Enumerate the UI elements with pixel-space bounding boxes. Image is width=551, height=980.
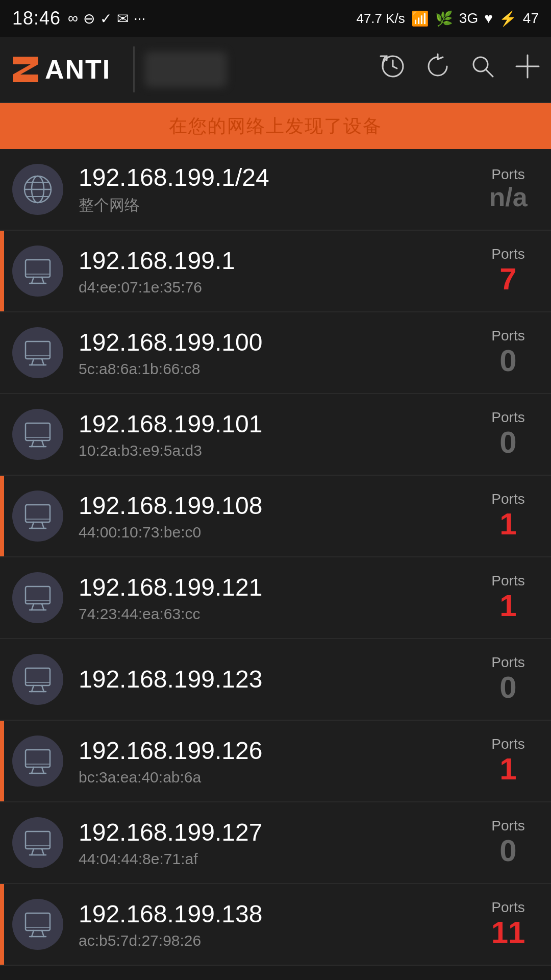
status-left: 18:46 ∞ ⊖ ✓ ✉ ··· (12, 8, 145, 29)
device-info: 192.168.199.1d4:ee:07:1e:35:76 (79, 246, 478, 296)
ports-area: Portsn/a (478, 166, 539, 212)
svg-rect-36 (26, 668, 50, 685)
banner-text: 在您的网络上发现了设备 (169, 114, 382, 139)
device-mac: 整个网络 (79, 195, 478, 216)
battery-icon: ⚡ (499, 10, 517, 27)
refresh-icon[interactable] (424, 53, 451, 86)
app-logo-text: ANTI (45, 54, 111, 85)
device-item[interactable]: 192.168.199.126bc:3a:ea:40:ab:6aPorts1 (0, 721, 551, 802)
device-info: 192.168.199.126bc:3a:ea:40:ab:6a (79, 736, 478, 786)
device-list: 192.168.199.1/24整个网络Portsn/a 192.168.199… (0, 149, 551, 966)
ports-area: Ports0 (478, 654, 539, 704)
ports-value: 1 (499, 507, 516, 541)
svg-line-23 (42, 440, 44, 447)
device-item[interactable]: 192.168.199.10844:00:10:73:be:c0Ports1 (0, 476, 551, 557)
ports-value: 0 (499, 344, 516, 378)
svg-marker-0 (13, 57, 38, 82)
battery-level: 47 (523, 10, 539, 27)
ports-label: Ports (491, 166, 524, 183)
device-mac: 74:23:44:ea:63:cc (79, 605, 478, 623)
device-mac: bc:3a:ea:40:ab:6a (79, 769, 478, 786)
device-item[interactable]: 192.168.199.123Ports0 (0, 639, 551, 721)
svg-rect-46 (26, 831, 50, 849)
device-mac: ac:b5:7d:27:98:26 (79, 932, 478, 949)
search-icon[interactable] (469, 53, 496, 86)
app-header: ANTI (0, 37, 551, 103)
check-icon: ✓ (100, 10, 112, 27)
ports-area: Ports7 (478, 246, 539, 296)
monitor-icon-wrap (12, 409, 63, 460)
device-item[interactable]: 192.168.199.1005c:a8:6a:1b:66:c8Ports0 (0, 312, 551, 394)
monitor-icon-wrap (12, 327, 63, 378)
ports-area: Ports1 (478, 736, 539, 786)
device-item[interactable]: 192.168.199.12744:04:44:8e:71:afPorts0 (0, 802, 551, 884)
ports-label: Ports (491, 328, 524, 344)
svg-line-28 (42, 522, 44, 528)
svg-line-18 (42, 359, 44, 365)
monitor-icon-wrap (12, 654, 63, 705)
tab-blurred[interactable] (145, 52, 227, 87)
ports-value: 0 (499, 671, 516, 704)
email-icon: ✉ (117, 10, 129, 27)
banner: 在您的网络上发现了设备 (0, 103, 551, 149)
device-info: 192.168.199.10110:2a:b3:e9:5a:d3 (79, 409, 478, 459)
device-ip: 192.168.199.108 (79, 491, 478, 521)
ports-label: Ports (491, 491, 524, 507)
status-right: 47.7 K/s 📶 🌿 3G ♥ ⚡ 47 (356, 10, 539, 27)
monitor-icon-wrap (12, 736, 63, 787)
vpn-icon: ⊖ (83, 10, 95, 27)
device-ip: 192.168.199.101 (79, 409, 478, 439)
status-icons: ∞ ⊖ ✓ ✉ ··· (68, 10, 145, 27)
ports-label: Ports (491, 736, 524, 752)
add-icon[interactable] (514, 53, 541, 86)
ports-label: Ports (491, 246, 524, 262)
ports-value: 0 (499, 834, 516, 868)
monitor-icon (21, 663, 54, 696)
tab-area (145, 52, 380, 87)
svg-line-3 (486, 69, 493, 77)
3g-icon: 3G (459, 10, 478, 27)
device-info: 192.168.199.138ac:b5:7d:27:98:26 (79, 899, 478, 949)
monitor-icon-wrap (12, 899, 63, 950)
svg-rect-16 (26, 341, 50, 359)
ports-value: n/a (489, 183, 527, 212)
status-bar: 18:46 ∞ ⊖ ✓ ✉ ··· 47.7 K/s 📶 🌿 3G ♥ ⚡ 47 (0, 0, 551, 37)
svg-rect-41 (26, 750, 50, 767)
svg-line-33 (42, 604, 44, 610)
device-ip: 192.168.199.138 (79, 899, 478, 929)
device-item[interactable]: 192.168.199.1d4:ee:07:1e:35:76Ports7 (0, 231, 551, 312)
ports-label: Ports (491, 573, 524, 589)
svg-rect-21 (26, 423, 50, 440)
logo-area: ANTI (10, 54, 111, 85)
device-item[interactable]: 192.168.199.10110:2a:b3:e9:5a:d3Ports0 (0, 394, 551, 476)
device-item[interactable]: 192.168.199.12174:23:44:ea:63:ccPorts1 (0, 557, 551, 639)
heart-icon: ♥ (484, 10, 493, 27)
ports-label: Ports (491, 818, 524, 834)
device-mac: 44:00:10:73:be:c0 (79, 524, 478, 541)
ports-value: 1 (499, 752, 516, 786)
device-mac: 44:04:44:8e:71:af (79, 850, 478, 868)
monitor-icon (21, 745, 54, 777)
device-info: 192.168.199.123 (79, 665, 478, 694)
monitor-icon (21, 581, 54, 614)
svg-line-52 (32, 930, 34, 937)
infinity-icon: ∞ (68, 10, 78, 27)
network-speed: 47.7 K/s (356, 11, 405, 27)
svg-line-42 (32, 767, 34, 773)
svg-line-47 (32, 849, 34, 855)
svg-line-48 (42, 849, 44, 855)
monitor-icon (21, 826, 54, 859)
ports-value: 1 (499, 589, 516, 623)
svg-line-27 (32, 522, 34, 528)
ports-label: Ports (491, 409, 524, 426)
device-ip: 192.168.199.126 (79, 736, 478, 766)
monitor-icon (21, 500, 54, 532)
globe-icon (21, 173, 54, 206)
device-mac: 10:2a:b3:e9:5a:d3 (79, 442, 478, 459)
ports-area: Ports1 (478, 573, 539, 623)
device-item[interactable]: 192.168.199.1/24整个网络Portsn/a (0, 149, 551, 231)
device-item[interactable]: 192.168.199.138ac:b5:7d:27:98:26Ports11 (0, 884, 551, 966)
monitor-icon (21, 908, 54, 941)
svg-line-22 (32, 440, 34, 447)
history-icon[interactable] (380, 53, 406, 86)
